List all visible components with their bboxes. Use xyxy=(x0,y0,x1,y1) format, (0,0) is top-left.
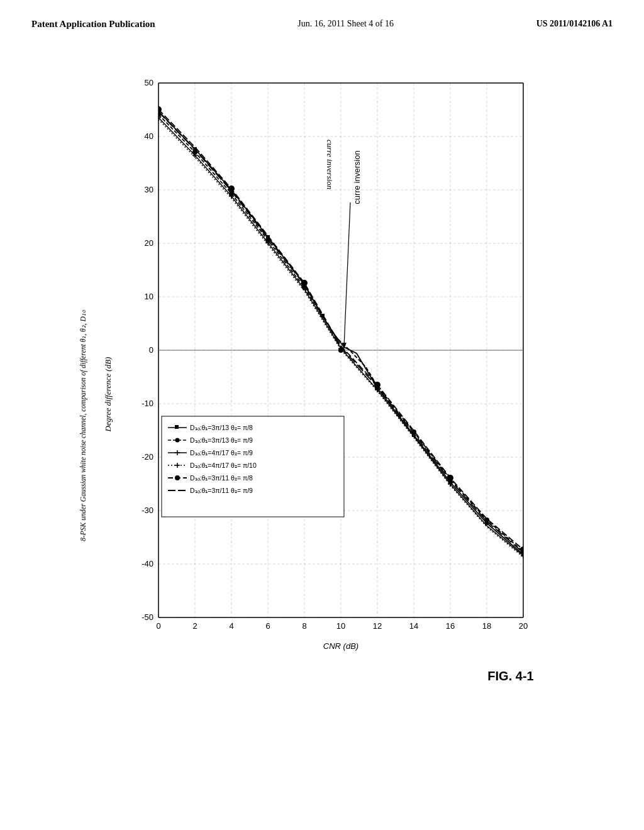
svg-text:20: 20 xyxy=(145,238,153,248)
svg-text:40: 40 xyxy=(145,131,153,141)
curve-inversion-label: curre inversion xyxy=(325,140,335,189)
svg-point-88 xyxy=(155,106,162,113)
svg-text:D₁₀:θ₁=3π/11  θ₂= π/9: D₁₀:θ₁=3π/11 θ₂= π/9 xyxy=(190,487,253,494)
svg-text:CNR (dB): CNR (dB) xyxy=(323,641,358,651)
svg-point-110 xyxy=(175,475,180,480)
svg-point-90 xyxy=(301,280,308,286)
page-header: Patent Application Publication Jun. 16, … xyxy=(0,0,644,36)
svg-text:FIG. 4-1: FIG. 4-1 xyxy=(487,669,533,683)
svg-text:0: 0 xyxy=(149,345,153,355)
svg-text:0: 0 xyxy=(156,621,160,631)
svg-text:12: 12 xyxy=(373,621,382,631)
header-right: US 2011/0142106 A1 xyxy=(536,19,613,29)
svg-text:50: 50 xyxy=(145,78,153,87)
svg-text:10: 10 xyxy=(145,292,153,301)
main-content: 8-PSK under Gaussian white noise channel… xyxy=(0,36,644,816)
svg-text:30: 30 xyxy=(145,185,153,194)
svg-text:curre inversion: curre inversion xyxy=(352,150,362,204)
svg-point-93 xyxy=(520,546,526,553)
svg-text:16: 16 xyxy=(446,621,455,631)
svg-text:6: 6 xyxy=(265,621,270,631)
svg-text:D₁₀:θ₁=4π/17  θ₂= π/9: D₁₀:θ₁=4π/17 θ₂= π/9 xyxy=(190,449,253,456)
svg-text:14: 14 xyxy=(409,621,418,631)
svg-text:D₁₀:θ₁=4π/17  θ₂= π/10: D₁₀:θ₁=4π/17 θ₂= π/10 xyxy=(190,462,257,469)
y-axis-title: Degree difference (dB) xyxy=(103,357,113,432)
svg-text:D₁₀:θ₁=3π/11  θ₂= π/8: D₁₀:θ₁=3π/11 θ₂= π/8 xyxy=(190,474,253,482)
svg-text:4: 4 xyxy=(229,621,233,631)
main-title: 8-PSK under Gaussian white noise channel… xyxy=(79,310,87,541)
svg-text:2: 2 xyxy=(192,621,197,631)
svg-text:D₁₀:θ₁=3π/13  θ₂= π/8: D₁₀:θ₁=3π/13 θ₂= π/8 xyxy=(190,424,253,431)
svg-text:-10: -10 xyxy=(142,399,153,408)
svg-text:-40: -40 xyxy=(142,559,153,568)
svg-text:-50: -50 xyxy=(142,612,153,622)
header-center: Jun. 16, 2011 Sheet 4 of 16 xyxy=(297,19,394,29)
svg-text:20: 20 xyxy=(519,621,528,631)
svg-text:10: 10 xyxy=(336,621,345,631)
chart-svg: 50 40 30 20 10 0 -10 -20 -30 -40 -50 0 2… xyxy=(121,77,561,712)
header-left: Patent Application Publication xyxy=(31,19,155,30)
svg-line-115 xyxy=(344,202,350,347)
figure-wrapper: 8-PSK under Gaussian white noise channel… xyxy=(64,64,580,787)
svg-text:D₁₀:θ₁=3π/13  θ₂= π/9: D₁₀:θ₁=3π/13 θ₂= π/9 xyxy=(190,436,253,444)
svg-text:-30: -30 xyxy=(142,506,153,515)
svg-point-99 xyxy=(175,438,180,443)
svg-text:8: 8 xyxy=(302,621,306,631)
svg-text:-20: -20 xyxy=(142,452,153,462)
svg-rect-96 xyxy=(175,425,179,429)
svg-text:18: 18 xyxy=(482,621,491,631)
